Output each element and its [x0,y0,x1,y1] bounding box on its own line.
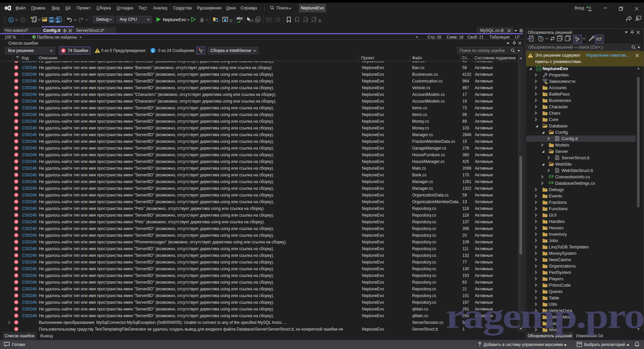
svg-text:C#: C# [537,67,541,70]
svg-text:?: ? [275,18,276,21]
